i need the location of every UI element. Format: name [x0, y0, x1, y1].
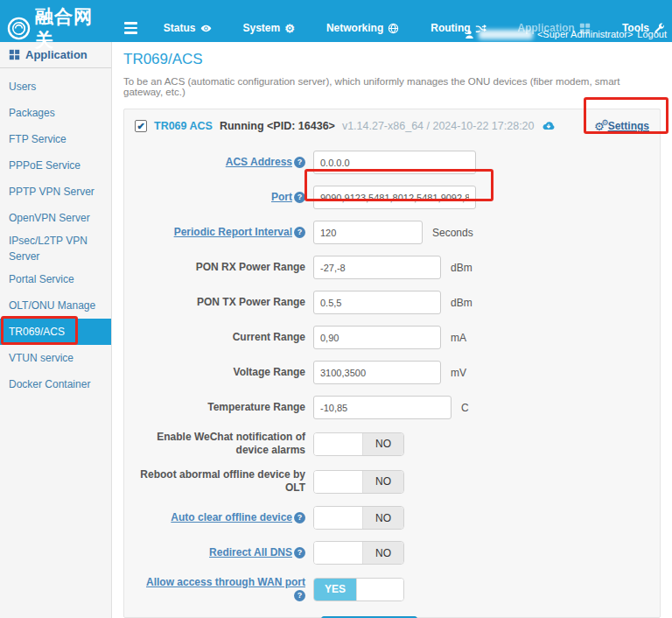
pon-tx-power-range-input[interactable] — [313, 291, 441, 314]
sidebar-item-tr069-acs[interactable]: TR069/ACS — [0, 319, 111, 345]
logout-link[interactable]: Logout — [637, 29, 667, 39]
wechat-notification-toggle[interactable]: NO — [313, 432, 404, 456]
form-row-allow-wan-access: Allow access through WAN port? YES — [135, 576, 649, 602]
unit-c: C — [461, 402, 469, 414]
redirect-all-dns-toggle[interactable]: NO — [313, 541, 404, 565]
form-row-redirect-all-dns: Redirect All DNS? NO — [135, 541, 649, 565]
temperature-range-label: Temperature Range — [207, 401, 305, 413]
user-info-bar: <Super Administrator> Logout — [465, 29, 667, 39]
page-description: To be an ACS (automatic configuration se… — [123, 76, 661, 97]
current-range-input[interactable] — [313, 326, 441, 349]
redirect-all-dns-label: Redirect All DNS — [209, 546, 292, 558]
service-enable-checkbox[interactable]: ✔ — [135, 120, 147, 132]
sidebar-item-olt-onu-manage[interactable]: OLT/ONU Manage — [0, 292, 111, 319]
eye-icon — [200, 23, 212, 34]
voltage-range-input[interactable] — [313, 361, 441, 384]
allow-wan-access-label: Allow access through WAN port — [146, 576, 305, 588]
username-redacted — [479, 30, 533, 39]
brand-logo-icon — [7, 17, 31, 40]
sidebar-item-pptp-vpn-server[interactable]: PPTP VPN Server — [0, 179, 111, 205]
service-status: Running <PID: 16436> — [220, 120, 335, 132]
sidebar-item-users[interactable]: Users — [0, 74, 111, 100]
top-navbar: 融合网关 Status System ⚙ Networking — [0, 0, 672, 42]
help-icon[interactable]: ? — [294, 512, 305, 523]
form-row-pon-tx-power-range: PON TX Power Range dBm — [135, 291, 649, 314]
auto-clear-offline-device-toggle[interactable]: NO — [313, 506, 404, 530]
brand-title: 融合网关 — [35, 4, 112, 52]
form-row-voltage-range: Voltage Range mV — [135, 361, 649, 384]
unit-dbm: dBm — [451, 297, 472, 309]
service-name: TR069 ACS — [154, 120, 213, 132]
brand-row: 融合网关 Status System ⚙ Networking — [0, 0, 672, 52]
gears-icon: ⚙⚙ — [594, 121, 605, 132]
auto-clear-offline-device-label: Auto clear offline device — [171, 511, 292, 523]
sidebar-item-portal-service[interactable]: Portal Service — [0, 266, 111, 292]
user-icon — [465, 30, 474, 39]
pon-rx-power-range-input[interactable] — [313, 256, 441, 279]
help-icon[interactable]: ? — [294, 157, 305, 168]
settings-link[interactable]: ⚙⚙ Settings — [594, 120, 649, 132]
panel-header: ✔ TR069 ACS Running <PID: 16436> v1.14.2… — [135, 120, 649, 132]
gear-icon: ⚙ — [284, 23, 295, 34]
pon-tx-power-range-label: PON TX Power Range — [197, 296, 305, 308]
unit-dbm: dBm — [451, 262, 472, 274]
hamburger-menu-icon[interactable] — [121, 18, 141, 38]
tr069-panel: ✔ TR069 ACS Running <PID: 16436> v1.14.2… — [123, 109, 661, 618]
voltage-range-label: Voltage Range — [234, 366, 305, 378]
nav-item-status[interactable]: Status — [164, 22, 212, 34]
form-row-temperature-range: Temperature Range C — [135, 396, 649, 419]
nav-item-system[interactable]: System ⚙ — [243, 22, 295, 34]
form-row-reboot-abnormal-device: Reboot abormal offline device by OLT NO — [135, 468, 649, 495]
sidebar-item-ipsec-l2tp-vpn-server[interactable]: IPsec/L2TP VPN Server — [0, 231, 111, 266]
unit-ma: mA — [451, 332, 466, 344]
main-content: TR069/ACS To be an ACS (automatic config… — [112, 42, 672, 618]
unit-mv: mV — [451, 367, 466, 379]
help-icon[interactable]: ? — [294, 192, 305, 203]
unit-seconds: Seconds — [432, 227, 473, 239]
sidebar-item-ftp-service[interactable]: FTP Service — [0, 126, 111, 152]
form-row-acs-address: ACS Address? — [135, 151, 649, 174]
reboot-abnormal-device-toggle[interactable]: NO — [313, 470, 404, 494]
help-icon[interactable]: ? — [294, 547, 305, 558]
current-range-label: Current Range — [233, 331, 305, 343]
form-row-periodic-report-interval: Periodic Report Interval? Seconds — [135, 221, 649, 244]
form-row-pon-rx-power-range: PON RX Power Range dBm — [135, 256, 649, 279]
pon-rx-power-range-label: PON RX Power Range — [196, 261, 305, 273]
sidebar-list: Users Packages FTP Service PPPoE Service… — [0, 68, 111, 397]
help-icon[interactable]: ? — [294, 590, 305, 601]
allow-wan-access-toggle[interactable]: YES — [313, 578, 404, 601]
form-row-port: Port? — [135, 186, 649, 209]
acs-address-input[interactable] — [313, 151, 476, 174]
form-row-current-range: Current Range mA — [135, 326, 649, 349]
page-title: TR069/ACS — [123, 51, 661, 68]
sidebar-item-vtun-service[interactable]: VTUN service — [0, 345, 111, 371]
form-row-wechat-notification: Enable WeChat notification of device ala… — [135, 431, 649, 457]
cloud-download-icon[interactable] — [542, 120, 556, 132]
port-label: Port — [271, 191, 292, 203]
service-version: v1.14.27-x86_64 / 2024-10-22 17:28:20 — [342, 120, 535, 132]
port-input[interactable] — [313, 186, 476, 209]
screen: 融合网关 Status System ⚙ Networking — [0, 0, 672, 618]
settings-form: ACS Address? Port? Periodic Report Inter… — [135, 151, 649, 618]
user-role: <Super Administrator> — [537, 29, 633, 39]
help-icon[interactable]: ? — [294, 227, 305, 238]
nav-item-networking[interactable]: Networking — [326, 22, 399, 34]
form-row-auto-clear-offline-device: Auto clear offline device? NO — [135, 506, 649, 530]
sidebar-item-pppoe-service[interactable]: PPPoE Service — [0, 152, 111, 179]
periodic-report-interval-label: Periodic Report Interval — [174, 226, 292, 238]
wechat-notification-label: Enable WeChat notification of device ala… — [157, 431, 305, 456]
sidebar-item-docker-container[interactable]: Docker Container — [0, 371, 111, 397]
temperature-range-input[interactable] — [313, 396, 452, 419]
globe-icon — [388, 23, 399, 34]
sidebar-item-packages[interactable]: Packages — [0, 100, 111, 126]
sidebar-item-openvpn-server[interactable]: OpenVPN Server — [0, 205, 111, 231]
sidebar: Application Users Packages FTP Service P… — [0, 42, 112, 618]
acs-address-label: ACS Address — [226, 156, 292, 168]
periodic-report-interval-input[interactable] — [313, 221, 423, 244]
reboot-abnormal-device-label: Reboot abormal offline device by OLT — [140, 468, 305, 494]
